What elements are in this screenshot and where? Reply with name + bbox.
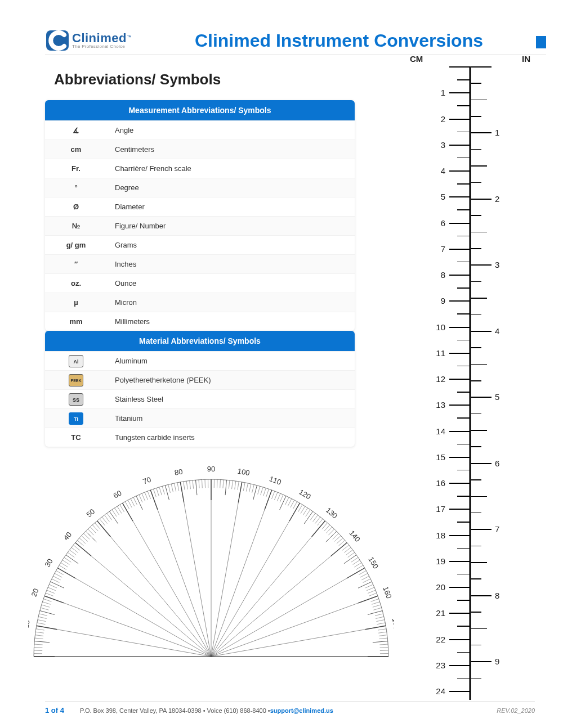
ruler-tick-in-frac — [471, 364, 487, 365]
svg-line-162 — [351, 558, 358, 562]
page-number: 1 of 4 — [45, 706, 64, 714]
ruler-tick-cm — [449, 196, 470, 197]
svg-line-191 — [378, 632, 387, 633]
ruler-tick-in-frac — [471, 513, 481, 514]
ruler-cm-number: 5 — [441, 192, 445, 201]
svg-line-87 — [175, 483, 176, 492]
svg-line-72 — [133, 497, 137, 505]
svg-line-156 — [331, 543, 347, 556]
ruler-in-number: 2 — [495, 194, 499, 203]
svg-line-124 — [272, 491, 275, 499]
svg-line-98 — [205, 479, 205, 488]
ruler-tick-cm — [449, 587, 470, 588]
svg-line-56 — [97, 521, 211, 657]
svg-line-65 — [117, 506, 122, 514]
ruler-cm-number: 1 — [441, 88, 445, 97]
svg-line-103 — [217, 479, 217, 488]
svg-line-27 — [48, 587, 56, 591]
abbreviation-definition: Ounce — [107, 279, 355, 287]
ruler-tick-cm — [449, 66, 470, 68]
ruler-center-line — [470, 66, 471, 700]
svg-line-17 — [39, 614, 47, 616]
ruler-tick-cm — [449, 327, 470, 328]
svg-line-176 — [369, 593, 377, 596]
svg-line-5 — [34, 648, 42, 648]
abbreviation-symbol: µ — [45, 298, 107, 307]
ruler-tick-in-frac — [471, 546, 481, 547]
ruler-tick-in-frac — [471, 182, 481, 183]
measurement-table-header: Measurement Abbreviations/ Symbols — [45, 100, 355, 120]
ruler-cm-number: 3 — [441, 140, 445, 149]
svg-line-22 — [43, 599, 51, 601]
abbreviation-symbol: Ø — [45, 203, 107, 211]
ruler-tick-in-frac — [471, 496, 487, 497]
table-row: mmMillimeters — [45, 312, 355, 331]
svg-line-169 — [360, 573, 368, 577]
protractor-degree-label: 20 — [30, 587, 41, 598]
svg-line-19 — [41, 608, 48, 610]
abbreviation-definition: Inches — [107, 260, 355, 268]
ruler-tick-in — [471, 331, 491, 332]
ruler-cm-number: 9 — [441, 296, 445, 305]
ruler-tick-in-frac — [471, 165, 487, 167]
svg-line-70 — [128, 500, 132, 507]
svg-line-92 — [186, 481, 187, 489]
svg-line-167 — [347, 568, 365, 579]
ruler-tick-cm-half — [457, 158, 470, 159]
svg-line-30 — [52, 579, 59, 583]
svg-line-186 — [376, 620, 385, 622]
svg-line-144 — [211, 521, 325, 657]
ruler-in-number: 8 — [495, 590, 499, 600]
svg-line-130 — [288, 498, 292, 506]
svg-line-188 — [211, 626, 386, 657]
svg-line-114 — [246, 483, 248, 492]
ruler-tick-cm-half — [457, 470, 470, 471]
ruler-tick-cm-half — [457, 183, 470, 185]
ruler-cm-number: 22 — [436, 634, 445, 644]
ruler-tick-cm — [449, 431, 470, 432]
protractor-degree-label: 130 — [324, 506, 339, 520]
svg-line-142 — [315, 517, 320, 524]
svg-line-189 — [365, 626, 386, 629]
ruler-tick-cm-half — [457, 522, 470, 523]
svg-line-106 — [225, 480, 226, 495]
ruler-tick-cm — [449, 691, 470, 692]
abbreviation-definition: Millimeters — [107, 317, 355, 326]
svg-line-137 — [303, 508, 307, 515]
ruler-tick-in-frac — [471, 314, 481, 316]
ruler-tick-cm — [449, 275, 470, 276]
ruler-in-number: 6 — [495, 458, 499, 468]
svg-line-158 — [344, 547, 351, 552]
ruler: CM IN 1234567891011121314151617181920212… — [405, 54, 535, 700]
svg-line-23 — [44, 596, 211, 657]
svg-line-36 — [59, 565, 66, 570]
table-row: AlAluminum — [45, 351, 355, 370]
protractor-degree-label: 170 — [391, 617, 394, 631]
svg-line-161 — [344, 555, 356, 563]
protractor-degree-label: 30 — [43, 557, 54, 568]
svg-line-163 — [353, 560, 360, 564]
svg-line-18 — [40, 610, 55, 614]
protractor-degree-label: 70 — [142, 475, 153, 486]
svg-line-115 — [249, 484, 251, 492]
ruler-tick-in — [471, 132, 491, 133]
ruler-cm-number: 10 — [436, 322, 445, 331]
svg-line-24 — [44, 596, 64, 603]
svg-line-193 — [379, 638, 387, 639]
ruler-cm-number: 6 — [441, 218, 445, 227]
ruler-tick-in-frac — [471, 248, 481, 249]
material-definition: Tungsten carbide inserts — [107, 433, 355, 442]
section-heading: Abbreviations/ Symbols — [54, 71, 221, 88]
svg-line-172 — [358, 582, 372, 588]
page-title: Clinimed Instrument Conversions — [132, 30, 546, 51]
ruler-cm-number: 13 — [436, 400, 445, 410]
ruler-tick-cm-half — [457, 340, 470, 341]
svg-line-181 — [373, 605, 381, 607]
svg-line-184 — [375, 614, 383, 616]
svg-line-83 — [162, 486, 164, 494]
svg-line-67 — [123, 503, 212, 657]
ruler-in-number: 3 — [495, 260, 499, 269]
footer-email-link[interactable]: support@clinimed.us — [270, 707, 333, 714]
ruler-cm-number: 11 — [436, 348, 445, 357]
ruler-tick-in-frac — [471, 116, 481, 117]
